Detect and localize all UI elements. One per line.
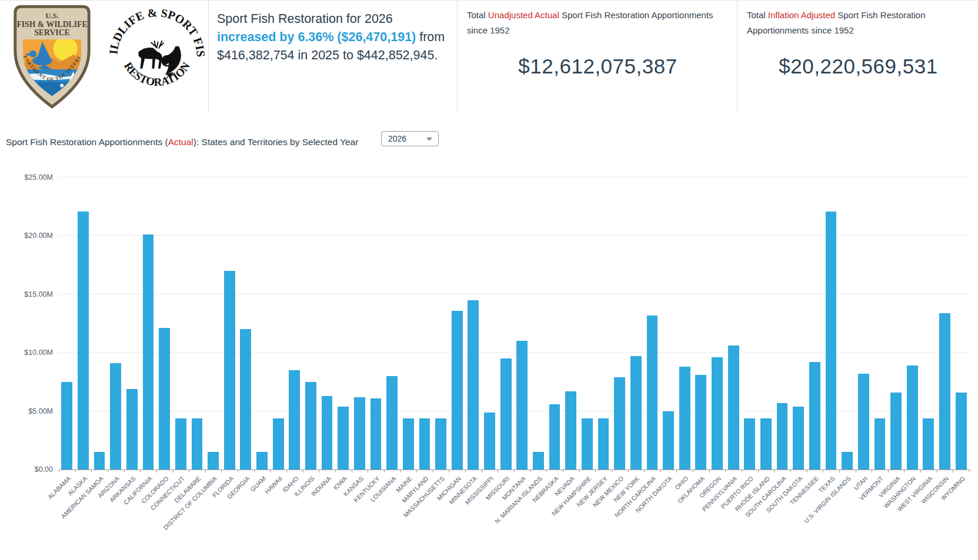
- bar-n-mariana-islands[interactable]: [533, 452, 544, 470]
- bar-south-carolina[interactable]: [777, 403, 788, 470]
- bar-idaho[interactable]: [289, 370, 300, 470]
- bar-pennsylvania[interactable]: [728, 346, 739, 470]
- bar-slot: [693, 177, 709, 470]
- chart-title-highlight: Actual: [168, 137, 193, 147]
- header: U.S. FISH & WILDLIFE SERVICE DEPARTMENT …: [0, 0, 978, 112]
- bar-slot: [839, 177, 856, 470]
- bar-iowa[interactable]: [338, 407, 349, 470]
- bar-wisconsin[interactable]: [939, 313, 950, 470]
- x-axis-tick: [790, 470, 791, 472]
- bar-utah[interactable]: [858, 374, 869, 470]
- bar-michigan[interactable]: [452, 311, 463, 470]
- bar-kentucky[interactable]: [370, 398, 382, 470]
- bar-new-hampshire[interactable]: [582, 418, 593, 470]
- bar-new-york[interactable]: [630, 356, 642, 470]
- bar-slot: [335, 177, 352, 470]
- bar-alabama[interactable]: [61, 382, 72, 470]
- bar-virginia[interactable]: [890, 393, 902, 470]
- bar-arizona[interactable]: [110, 363, 121, 470]
- bar-slot: [221, 177, 238, 470]
- bar-slot: [872, 177, 888, 470]
- bar-massachusetts[interactable]: [435, 418, 446, 470]
- bar-louisiana[interactable]: [386, 376, 398, 470]
- bar-guam[interactable]: [256, 452, 268, 470]
- bar-new-mexico[interactable]: [614, 377, 625, 470]
- bar-slot: [660, 177, 677, 470]
- bar-maine[interactable]: [403, 418, 414, 470]
- bar-colorado[interactable]: [159, 328, 170, 470]
- bar-texas[interactable]: [826, 212, 837, 470]
- bar-indiana[interactable]: [322, 396, 333, 470]
- stat-card-inflation: Total Inflation Adjusted Sport Fish Rest…: [737, 1, 978, 112]
- bar-u-s-virgin-islands[interactable]: [842, 452, 853, 470]
- bar-delaware[interactable]: [192, 418, 203, 470]
- wsfr-logo-text-bottom: RESTORATION: [122, 60, 192, 88]
- bar-slot: [254, 177, 271, 470]
- logo-cell: U.S. FISH & WILDLIFE SERVICE DEPARTMENT …: [0, 1, 209, 112]
- bar-missouri[interactable]: [500, 358, 512, 470]
- x-axis-tick: [319, 470, 319, 472]
- bar-minnesota[interactable]: [468, 300, 479, 470]
- x-axis-tick: [920, 470, 921, 472]
- bar-maryland[interactable]: [419, 418, 430, 470]
- bar-ohio[interactable]: [679, 367, 690, 470]
- bar-puerto-rico[interactable]: [744, 418, 755, 470]
- bar-new-jersey[interactable]: [598, 418, 609, 470]
- bar-slot: [303, 177, 319, 470]
- x-axis-tick: [530, 470, 531, 472]
- bar-north-dakota[interactable]: [663, 411, 674, 470]
- bar-hawaii[interactable]: [273, 418, 284, 470]
- x-axis-tick: [969, 470, 970, 472]
- x-axis-tick: [303, 470, 303, 472]
- x-axis-tick: [189, 470, 189, 472]
- bar-district-of-columbia[interactable]: [208, 452, 219, 470]
- bar-alaska[interactable]: [78, 212, 89, 470]
- bar-wyoming[interactable]: [956, 393, 967, 470]
- bar-slot: [270, 177, 286, 470]
- bar-slot: [920, 177, 937, 470]
- chart-controls: Sport Fish Restoration Apportionments (A…: [0, 129, 978, 150]
- year-dropdown[interactable]: 2026: [381, 131, 439, 146]
- bar-slot: [400, 177, 417, 470]
- bar-slot: [644, 177, 660, 470]
- bar-vermont[interactable]: [874, 418, 886, 470]
- x-axis-tick: [416, 470, 417, 472]
- stat-value-inflation: $20,220,569,531: [747, 55, 970, 78]
- bar-american-samoa[interactable]: [94, 452, 105, 470]
- bar-tennessee[interactable]: [809, 362, 820, 470]
- chart-title-prefix: Sport Fish Restoration Apportionments (: [6, 137, 168, 147]
- headline-line3: $416,382,754 in 2025 to $442,852,945.: [217, 48, 438, 62]
- bar-north-carolina[interactable]: [647, 316, 658, 470]
- bar-mississippi[interactable]: [484, 413, 495, 470]
- usfws-logo-text-service: SERVICE: [34, 28, 70, 37]
- bar-illinois[interactable]: [305, 382, 316, 470]
- bar-slot: [807, 177, 823, 470]
- bar-montana[interactable]: [516, 341, 528, 470]
- bar-slot: [725, 177, 742, 470]
- bar-slot: [579, 177, 596, 470]
- bar-california[interactable]: [143, 234, 154, 470]
- bar-arkansas[interactable]: [126, 389, 138, 470]
- bar-west-virginia[interactable]: [923, 418, 934, 470]
- bar-rhode-island[interactable]: [760, 418, 772, 470]
- bar-georgia[interactable]: [240, 329, 251, 470]
- bar-connecticut[interactable]: [175, 418, 186, 470]
- bar-slot: [189, 177, 205, 470]
- bar-washington[interactable]: [907, 365, 918, 470]
- bar-florida[interactable]: [224, 271, 235, 470]
- stat-title-highlight: Inflation Adjusted: [768, 10, 835, 20]
- bar-kansas[interactable]: [354, 397, 365, 470]
- bar-nevada[interactable]: [565, 391, 576, 470]
- bar-slot: [75, 177, 92, 470]
- bar-slot: [790, 177, 807, 470]
- bar-nebraska[interactable]: [549, 404, 560, 470]
- bar-oklahoma[interactable]: [695, 375, 706, 470]
- bar-slot: [514, 177, 530, 470]
- bar-slot: [742, 177, 758, 470]
- chevron-down-icon: [426, 138, 432, 141]
- bar-oregon[interactable]: [712, 357, 723, 470]
- usfws-logo: U.S. FISH & WILDLIFE SERVICE DEPARTMENT …: [9, 5, 95, 109]
- bar-south-dakota[interactable]: [793, 407, 804, 470]
- bar-slot: [530, 177, 547, 470]
- bar-slot: [59, 177, 75, 470]
